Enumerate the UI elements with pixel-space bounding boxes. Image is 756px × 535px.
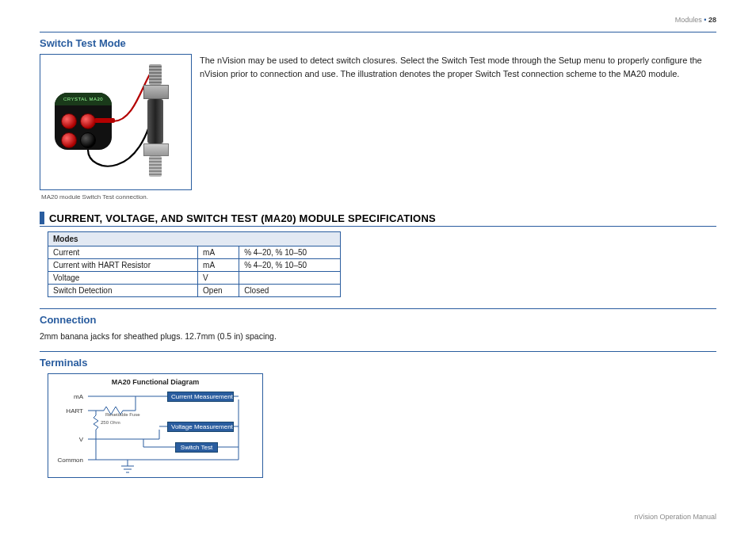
cell: Current <box>48 246 198 259</box>
header-breadcrumb: Modules • 28 <box>675 16 716 24</box>
divider <box>40 32 716 32</box>
cell: Open <box>198 285 239 297</box>
cell: Switch Detection <box>48 285 198 297</box>
section-title-connection: Connection <box>40 314 716 326</box>
switch-test-row: CRYSTAL MA20 <box>40 54 716 201</box>
functional-diagram: MA20 Functional Diagram mA HART V Common <box>48 373 263 478</box>
divider <box>40 351 716 352</box>
cell: % 4–20, % 10–50 <box>239 259 341 272</box>
box-voltage: Voltage Measurement <box>167 422 234 432</box>
spec-heading-row: CURRENT, VOLTAGE, AND SWITCH TEST (MA20)… <box>40 212 716 224</box>
label-fuse: Resettable Fuse <box>105 412 140 417</box>
spec-bar-icon <box>40 212 44 224</box>
cell: mA <box>198 246 239 259</box>
header-section: Modules <box>675 16 702 24</box>
illustration-caption: MA20 module Switch Test connection. <box>41 193 192 201</box>
divider <box>40 308 716 309</box>
cell: Current with HART Resistor <box>48 259 198 272</box>
section-title-terminals: Terminals <box>40 357 716 369</box>
table-row: Current with HART Resistor mA % 4–20, % … <box>48 259 341 272</box>
page-number: 28 <box>708 16 716 24</box>
table-row: Voltage V <box>48 272 341 285</box>
spec-underline <box>40 226 716 227</box>
section-title-switch-test: Switch Test Mode <box>40 37 716 49</box>
illustration-wrap: CRYSTAL MA20 <box>40 54 192 201</box>
modes-table: Modes Current mA % 4–20, % 10–50 Current… <box>48 231 341 297</box>
footer-text: nVision Operation Manual <box>635 513 716 521</box>
modes-header: Modes <box>48 232 341 246</box>
box-switch: Switch Test <box>175 442 218 453</box>
cell: V <box>198 272 239 285</box>
cell: % 4–20, % 10–50 <box>239 246 341 259</box>
box-current: Current Measurement <box>167 392 234 402</box>
table-row: Current mA % 4–20, % 10–50 <box>48 246 341 259</box>
cell: Voltage <box>48 272 198 285</box>
page: Modules • 28 Switch Test Mode CRYSTAL MA… <box>0 0 756 535</box>
spec-heading: CURRENT, VOLTAGE, AND SWITCH TEST (MA20)… <box>49 212 436 224</box>
connection-text: 2mm banana jacks for sheathed plugs. 12.… <box>40 331 716 343</box>
cell <box>239 272 341 285</box>
connection-illustration: CRYSTAL MA20 <box>40 54 192 190</box>
cell: mA <box>198 259 239 272</box>
cell: Closed <box>239 285 341 297</box>
switch-test-body: The nVision may be used to detect switch… <box>200 54 716 80</box>
pressure-switch-sensor <box>142 64 169 183</box>
label-ohm: 250 Ohm <box>101 420 120 425</box>
table-row: Switch Detection Open Closed <box>48 285 341 297</box>
